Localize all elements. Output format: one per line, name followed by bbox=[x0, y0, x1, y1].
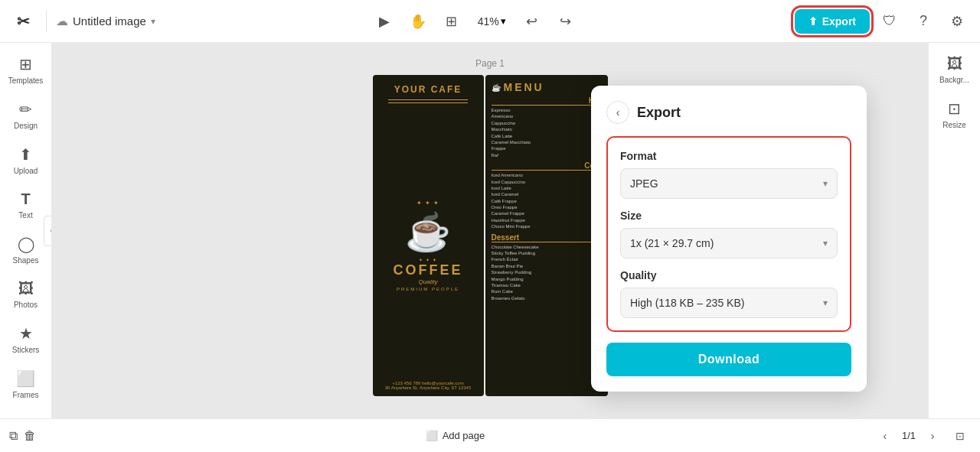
page-navigation: ‹ 1/1 › bbox=[874, 425, 943, 447]
layout-tool-button[interactable]: ⊞ bbox=[438, 8, 466, 35]
format-chevron-icon: ▾ bbox=[823, 178, 828, 189]
export-panel: ‹ Export Format JPEG ▾ Size 1x (21 × 29.… bbox=[591, 86, 867, 392]
canvas-area[interactable]: Page 1 YOUR CAFE ✦ ✦ ✦ ☕ ✦ ✦ ✦ COFFEE Qu… bbox=[52, 43, 928, 418]
sidebar-item-templates[interactable]: ⊞ Templates bbox=[3, 49, 49, 91]
trash-icon[interactable]: 🗑 bbox=[24, 429, 36, 443]
export-panel-header: ‹ Export bbox=[606, 101, 851, 124]
left-sidebar: ⊞ Templates ✏ Design ⬆ Upload T Text ◯ S… bbox=[0, 43, 52, 418]
download-button[interactable]: Download bbox=[606, 343, 851, 376]
sidebar-item-photos[interactable]: 🖼 Photos bbox=[3, 274, 49, 315]
title-chevron-icon: ▾ bbox=[151, 16, 155, 27]
export-upload-icon: ⬆ bbox=[808, 15, 818, 28]
quality-chevron-icon: ▾ bbox=[823, 298, 828, 308]
sidebar-collapse-button[interactable]: ‹ bbox=[44, 216, 52, 246]
text-icon: T bbox=[21, 190, 30, 208]
more-icon: ⋯ bbox=[18, 415, 34, 418]
shield-button[interactable]: 🛡 bbox=[876, 8, 903, 35]
sidebar-item-label-design: Design bbox=[14, 122, 38, 130]
templates-icon: ⊞ bbox=[19, 55, 32, 73]
prev-page-button[interactable]: ‹ bbox=[874, 425, 896, 447]
sidebar-item-label-text: Text bbox=[18, 211, 32, 219]
menu-dessert-section: Dessert Chocolate Cheesecake$10 Sticky T… bbox=[492, 233, 602, 302]
right-panel: 🖼 Backgr... ⊡ Resize bbox=[928, 43, 980, 418]
menu-cold-section: Cold Iced AmericanoIced CappuccinoIced L… bbox=[492, 161, 602, 230]
cafe-premium-text: PREMIUM PEOPLE bbox=[397, 287, 459, 291]
coffee-text: COFFEE bbox=[393, 262, 462, 278]
export-back-button[interactable]: ‹ bbox=[606, 101, 629, 124]
menu-title: MENU bbox=[504, 81, 544, 93]
frames-icon: ⬜ bbox=[16, 369, 35, 388]
format-select-value: JPEG bbox=[630, 177, 823, 190]
help-button[interactable]: ? bbox=[910, 8, 937, 35]
design-icon: ✏ bbox=[19, 100, 32, 119]
export-button[interactable]: ⬆ Export bbox=[795, 9, 870, 34]
menu-dessert-items: Chocolate Cheesecake$10 Sticky Toffee Pu… bbox=[492, 244, 602, 302]
sidebar-item-label-frames: Frames bbox=[13, 391, 39, 399]
app-logo[interactable]: ✂ bbox=[9, 8, 37, 35]
export-panel-title: Export bbox=[637, 105, 681, 121]
cloud-icon: ☁ bbox=[56, 14, 68, 28]
quality-label: Quality bbox=[620, 269, 838, 281]
document-title-area[interactable]: ☁ Untitled image ▾ bbox=[56, 14, 155, 28]
cafe-panel: YOUR CAFE ✦ ✦ ✦ ☕ ✦ ✦ ✦ COFFEE Quality P… bbox=[373, 75, 484, 396]
sidebar-item-frames[interactable]: ⬜ Frames bbox=[3, 363, 49, 405]
cafe-dividers-stars: ✦ ✦ ✦ bbox=[419, 257, 436, 262]
resize-icon: ⊡ bbox=[948, 99, 961, 118]
back-chevron-icon: ‹ bbox=[616, 106, 620, 119]
menu-hot-section: Hot EspressoAmericanoCappuccinoMacchiato… bbox=[492, 96, 602, 158]
add-page-label: Add page bbox=[443, 430, 485, 441]
sidebar-item-more[interactable]: ⋯ More bbox=[3, 408, 49, 418]
topbar-right-actions: ⬆ Export 🛡 ? ⚙ bbox=[795, 8, 971, 35]
cafe-divider-top2 bbox=[388, 102, 467, 103]
expand-button[interactable]: ⊡ bbox=[949, 425, 971, 447]
cafe-stars: ✦ ✦ ✦ bbox=[416, 200, 439, 206]
size-select[interactable]: 1x (21 × 29.7 cm) ▾ bbox=[620, 228, 838, 259]
topbar-tools: ▶ ✋ ⊞ 41% ▾ ↩ ↪ bbox=[162, 8, 789, 35]
settings-button[interactable]: ⚙ bbox=[943, 8, 971, 35]
redo-button[interactable]: ↪ bbox=[552, 8, 580, 35]
quality-select-value: High (118 KB – 235 KB) bbox=[630, 297, 823, 309]
document-title: Untitled image bbox=[73, 15, 146, 28]
sidebar-item-shapes[interactable]: ◯ Shapes bbox=[3, 229, 49, 271]
menu-cold-title: Cold bbox=[492, 161, 602, 171]
zoom-level: 41% bbox=[478, 15, 499, 28]
right-panel-resize[interactable]: ⊡ Resize bbox=[932, 93, 978, 135]
stickers-icon: ★ bbox=[19, 324, 33, 343]
copy-icon[interactable]: ⧉ bbox=[9, 429, 18, 443]
sidebar-item-stickers[interactable]: ★ Stickers bbox=[3, 318, 49, 360]
zoom-button[interactable]: 41% ▾ bbox=[472, 12, 512, 31]
page-count: 1/1 bbox=[902, 430, 916, 441]
format-label: Format bbox=[620, 150, 838, 162]
format-select[interactable]: JPEG ▾ bbox=[620, 168, 838, 199]
bottombar: ⧉ 🗑 ⬜ Add page ‹ 1/1 › ⊡ bbox=[0, 418, 980, 452]
menu-hot-items: EspressoAmericanoCappuccinoMacchiatoCafé… bbox=[492, 107, 602, 158]
sidebar-item-upload[interactable]: ⬆ Upload bbox=[3, 139, 49, 181]
upload-icon: ⬆ bbox=[19, 145, 32, 164]
canvas-content: YOUR CAFE ✦ ✦ ✦ ☕ ✦ ✦ ✦ COFFEE Quality P… bbox=[373, 75, 608, 396]
zoom-chevron-icon: ▾ bbox=[501, 15, 506, 27]
topbar: ✂ ☁ Untitled image ▾ ▶ ✋ ⊞ 41% ▾ ↩ ↪ ⬆ E… bbox=[0, 0, 980, 43]
sidebar-item-label-templates: Templates bbox=[8, 76, 44, 85]
hand-tool-button[interactable]: ✋ bbox=[404, 8, 432, 35]
cafe-title: YOUR CAFE bbox=[394, 84, 462, 95]
page-label: Page 1 bbox=[475, 58, 505, 69]
size-label: Size bbox=[620, 210, 838, 222]
cafe-cup-icon: ☕ bbox=[405, 211, 451, 254]
menu-dessert-title: Dessert bbox=[492, 233, 602, 242]
export-options-box: Format JPEG ▾ Size 1x (21 × 29.7 cm) ▾ Q… bbox=[606, 136, 851, 332]
quality-field: Quality High (118 KB – 235 KB) ▾ bbox=[620, 269, 838, 318]
right-panel-background-label: Backgr... bbox=[939, 76, 969, 84]
pointer-tool-button[interactable]: ▶ bbox=[371, 8, 398, 35]
right-panel-resize-label: Resize bbox=[942, 121, 966, 129]
menu-cold-items: Iced AmericanoIced CappuccinoIced LatteI… bbox=[492, 172, 602, 230]
sidebar-item-label-photos: Photos bbox=[14, 301, 38, 309]
right-panel-background[interactable]: 🖼 Backgr... bbox=[932, 49, 978, 90]
next-page-button[interactable]: › bbox=[922, 425, 943, 447]
sidebar-item-design[interactable]: ✏ Design bbox=[3, 94, 49, 136]
format-field: Format JPEG ▾ bbox=[620, 150, 838, 199]
undo-button[interactable]: ↩ bbox=[518, 8, 546, 35]
sidebar-item-label-shapes: Shapes bbox=[13, 256, 39, 265]
add-page-button[interactable]: ⬜ Add page bbox=[418, 427, 493, 444]
quality-select[interactable]: High (118 KB – 235 KB) ▾ bbox=[620, 288, 838, 318]
sidebar-item-text[interactable]: T Text bbox=[3, 184, 49, 226]
